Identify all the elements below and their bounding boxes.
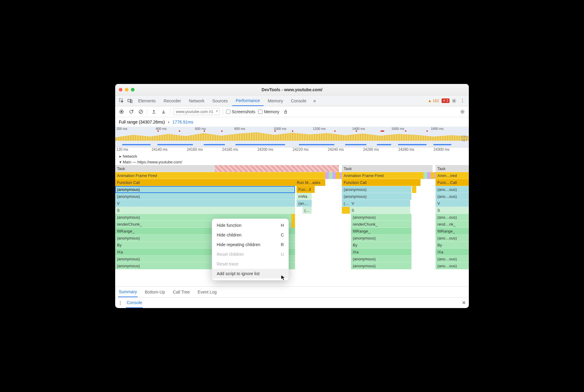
flame-fc[interactable]: Function Call xyxy=(342,179,420,186)
tab-sources[interactable]: Sources xyxy=(209,96,231,106)
settings-icon[interactable] xyxy=(450,97,458,105)
network-track-header[interactable]: ▸ Network xyxy=(115,153,469,159)
flame-anon[interactable]: (anonymous) xyxy=(342,193,411,200)
flame-anon[interactable]: (anonymous) xyxy=(351,235,411,242)
flame-mwa[interactable]: mWa xyxy=(297,193,312,200)
tab-event-log[interactable]: Event Log xyxy=(197,287,217,297)
devtools-window: DevTools - www.youtube.com/ Elements Rec… xyxy=(115,84,469,308)
menu-hide-repeating[interactable]: Hide repeating childrenR xyxy=(212,240,289,249)
flame-fill[interactable]: fillRange_ xyxy=(436,228,469,235)
titlebar: DevTools - www.youtube.com/ xyxy=(115,84,469,95)
flame-anon[interactable]: (anonymous) xyxy=(115,193,295,200)
cursor-icon xyxy=(281,275,286,281)
device-icon[interactable] xyxy=(126,97,134,105)
flame-task[interactable]: Task xyxy=(115,165,215,172)
clear-icon[interactable] xyxy=(138,108,144,115)
overview-markers xyxy=(115,130,469,132)
record-icon[interactable] xyxy=(118,108,125,115)
tab-bottom-up[interactable]: Bottom-Up xyxy=(144,287,166,297)
flame-anon[interactable]: (ano…ous) xyxy=(436,193,469,200)
flame-fill[interactable]: fillRange_ xyxy=(351,228,411,235)
flame-task[interactable]: Task xyxy=(342,165,433,172)
flame-task-warn[interactable] xyxy=(215,165,339,172)
tab-console[interactable]: Console xyxy=(287,96,310,106)
overview-labels: CPU NET xyxy=(461,135,468,142)
flame-ixa[interactable]: IXa xyxy=(351,249,411,255)
context-menu: Hide functionH Hide childrenC Hide repea… xyxy=(212,219,289,280)
flame-anon[interactable]: (anonymous) xyxy=(351,262,411,269)
tab-call-tree[interactable]: Call Tree xyxy=(172,287,190,297)
details-tabs: Summary Bottom-Up Call Tree Event Log xyxy=(115,286,469,297)
flame-anon[interactable]: (ano…ous) xyxy=(436,186,469,193)
menu-add-ignore[interactable]: Add script to ignore list xyxy=(212,269,289,278)
flame-render[interactable]: rend…nk_ xyxy=(436,221,469,228)
flame-render[interactable]: renderChunk_ xyxy=(351,221,411,228)
full-range[interactable]: Full range (34307.26ms) xyxy=(119,120,165,124)
flame-funll[interactable]: Fun…ll xyxy=(297,186,315,193)
overview-net xyxy=(115,144,469,146)
recording-select[interactable]: www.youtube.com #1 xyxy=(173,108,220,115)
flame-anon[interactable]: (ano…ous) xyxy=(436,262,469,269)
flame-fc[interactable]: Function Call xyxy=(115,179,295,186)
flame-p[interactable]: (… xyxy=(342,200,350,207)
overview-timeline[interactable]: 200 ms 400 ms 600 ms 800 ms 1000 ms 1200… xyxy=(115,127,469,147)
flame-aff[interactable]: Animation Frame Fired xyxy=(115,172,325,179)
warnings-badge[interactable]: ▲ 162 xyxy=(428,98,439,103)
download-icon[interactable] xyxy=(160,108,167,115)
flame-ixa[interactable]: IXa xyxy=(436,249,469,255)
flame-s[interactable]: S xyxy=(115,207,295,214)
menu-reset-trace: Reset trace xyxy=(212,259,289,269)
console-drawer: ⋮ Console ✕ xyxy=(115,297,469,308)
flame-s[interactable]: S xyxy=(436,207,469,214)
flame-anon-selected[interactable]: (anonymous) xyxy=(115,186,295,193)
timeline-ticks: 120 ms 24140 ms 24160 ms 24180 ms 24200 … xyxy=(115,147,469,153)
kebab-icon[interactable]: ⋮ xyxy=(459,97,466,105)
flame-anon[interactable]: (anonymous) xyxy=(342,186,411,193)
flame-v[interactable]: V xyxy=(350,200,410,207)
flame-paren[interactable]: (… xyxy=(303,207,312,214)
flame-s[interactable]: S xyxy=(350,207,410,214)
svg-point-3 xyxy=(453,100,455,101)
errors-badge[interactable]: ✕ 2 xyxy=(442,98,449,103)
gc-icon[interactable] xyxy=(282,108,289,115)
flame-chart[interactable]: 120 ms 24140 ms 24160 ms 24180 ms 24200 … xyxy=(115,147,469,286)
more-tabs-icon[interactable]: » xyxy=(311,97,319,105)
console-tab[interactable]: Console xyxy=(126,298,143,308)
zoom-range[interactable]: 1776.91ms xyxy=(172,120,193,124)
tab-recorder[interactable]: Recorder xyxy=(160,96,185,106)
tab-network[interactable]: Network xyxy=(185,96,208,106)
main-track-header[interactable]: ▾ Main — https://www.youtube.com/ xyxy=(115,159,469,165)
tab-performance[interactable]: Performance xyxy=(232,96,264,106)
flame-v[interactable]: V xyxy=(115,200,295,207)
svg-rect-2 xyxy=(130,100,132,103)
memory-checkbox[interactable]: Memory xyxy=(258,109,279,114)
flame-rows[interactable]: Task Animation Frame Fired Function Call… xyxy=(115,165,469,286)
flame-by[interactable]: By xyxy=(436,242,469,249)
flame-task[interactable]: Task xyxy=(436,165,469,172)
flame-aff[interactable]: Animation Frame Fired xyxy=(342,172,423,179)
flame-by[interactable]: By xyxy=(351,242,411,249)
capture-settings-icon[interactable] xyxy=(459,108,466,115)
inspect-icon[interactable] xyxy=(118,97,125,105)
flame-v[interactable]: V xyxy=(436,200,469,207)
flame-anon[interactable]: (anonymous) xyxy=(351,214,411,221)
tab-memory[interactable]: Memory xyxy=(264,96,287,106)
flame-fc[interactable]: Func…Call xyxy=(436,179,469,186)
flame-aff[interactable]: Anim…ired xyxy=(436,172,469,179)
reload-icon[interactable] xyxy=(128,108,135,115)
upload-icon[interactable] xyxy=(151,108,157,115)
close-icon[interactable]: ✕ xyxy=(462,300,466,306)
tab-summary[interactable]: Summary xyxy=(118,287,138,297)
flame-anon[interactable]: (ano…ous) xyxy=(436,255,469,262)
flame-ans[interactable]: (an…s) xyxy=(297,200,312,207)
flame-anon[interactable]: (ano…ous) xyxy=(436,235,469,242)
menu-hide-children[interactable]: Hide childrenC xyxy=(212,230,289,240)
tab-elements[interactable]: Elements xyxy=(135,96,159,106)
flame-run[interactable]: Run M…asks xyxy=(295,179,325,186)
flame-anon[interactable]: (ano…ous) xyxy=(436,214,469,221)
kebab-icon[interactable]: ⋮ xyxy=(118,300,122,305)
screenshots-checkbox[interactable]: Screenshots xyxy=(226,109,255,114)
menu-hide-function[interactable]: Hide functionH xyxy=(212,220,289,230)
flame-anon[interactable]: (anonymous) xyxy=(351,255,411,262)
menu-reset-children: Reset childrenU xyxy=(212,249,289,259)
